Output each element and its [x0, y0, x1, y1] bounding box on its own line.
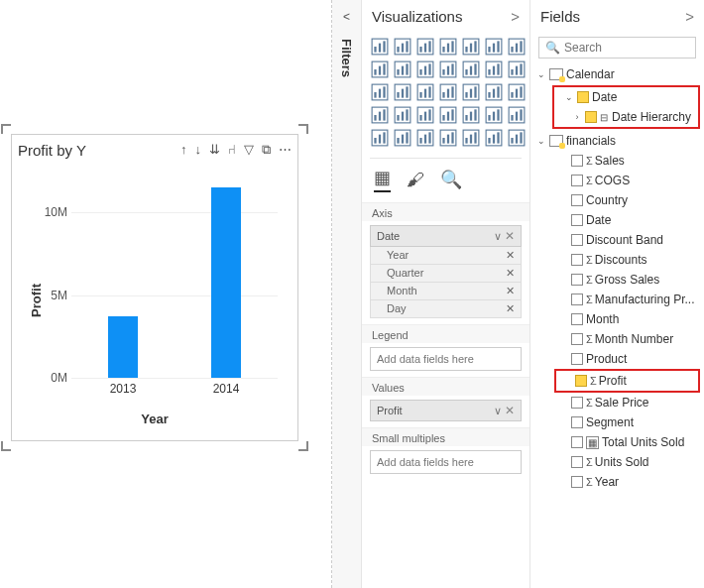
field-profit[interactable]: Profit	[558, 371, 696, 391]
chevron-right-icon[interactable]: >	[511, 8, 520, 25]
resize-handle[interactable]	[298, 441, 308, 451]
drill-up-icon[interactable]: ↑	[180, 142, 187, 158]
viz-qa-icon[interactable]	[438, 128, 458, 148]
axis-hierarchy-level[interactable]: Month✕	[370, 283, 522, 300]
resize-handle[interactable]	[298, 124, 308, 134]
viz-gauge-icon[interactable]	[507, 82, 527, 102]
checkbox[interactable]	[585, 111, 597, 123]
viz-line-column-icon[interactable]	[438, 59, 458, 79]
field-country[interactable]: Country	[536, 190, 702, 210]
field-year[interactable]: Year	[536, 472, 702, 492]
chevron-right-icon[interactable]: >	[685, 8, 694, 25]
viz-matrix-icon[interactable]	[484, 105, 504, 125]
viz-multi-card-icon[interactable]	[393, 105, 412, 125]
viz-clustered-column-icon[interactable]	[461, 37, 481, 57]
viz-ribbon-icon[interactable]	[507, 37, 527, 57]
remove-icon[interactable]: ✕	[506, 267, 515, 280]
viz-key-influencers-icon[interactable]	[393, 128, 412, 148]
viz-table-icon[interactable]	[461, 105, 481, 125]
search-input[interactable]	[564, 41, 689, 55]
checkbox[interactable]	[571, 254, 583, 266]
chevron-left-icon[interactable]: <	[343, 10, 350, 24]
checkbox[interactable]	[571, 234, 583, 246]
chart-visual[interactable]: Profit by Y ↑ ↓ ⇊ ⑁ ▽ ⧉ ⋯ Profit 0M5M10M…	[6, 129, 303, 446]
viz-area-icon[interactable]	[393, 59, 412, 79]
expand-level-icon[interactable]: ⇊	[209, 142, 220, 158]
checkbox[interactable]	[577, 91, 589, 103]
viz-power-apps-icon[interactable]	[484, 128, 504, 148]
table-financials[interactable]: ⌄financials	[536, 131, 702, 151]
analytics-tab[interactable]: 🔍	[440, 169, 462, 190]
field-manufacturing-pr-[interactable]: Manufacturing Pr...	[536, 290, 702, 309]
values-field-chip[interactable]: Profit ∨ ✕	[370, 400, 522, 421]
field-date[interactable]: Date	[536, 210, 702, 230]
viz-stacked-bar-icon[interactable]	[370, 37, 390, 57]
checkbox[interactable]	[571, 397, 583, 409]
viz-map-icon[interactable]	[438, 82, 458, 102]
drill-down-icon[interactable]: ↓	[195, 142, 202, 158]
viz-python-visual-icon[interactable]	[370, 128, 390, 148]
fields-tab[interactable]: ▦	[374, 167, 391, 192]
viz-funnel-icon[interactable]	[484, 82, 504, 102]
remove-icon[interactable]: ✕	[506, 249, 515, 262]
report-canvas[interactable]: Profit by Y ↑ ↓ ⇊ ⑁ ▽ ⧉ ⋯ Profit 0M5M10M…	[0, 0, 332, 588]
viz-card-icon[interactable]	[370, 105, 390, 125]
field-discount-band[interactable]: Discount Band	[536, 230, 702, 250]
viz-decomposition-icon[interactable]	[415, 128, 435, 148]
focus-mode-icon[interactable]: ⧉	[262, 142, 271, 158]
bar[interactable]	[108, 316, 138, 378]
field-cogs[interactable]: COGS	[536, 171, 702, 190]
viz-treemap-icon[interactable]	[415, 82, 435, 102]
field-month-number[interactable]: Month Number	[536, 329, 702, 349]
viz-clustered-bar-icon[interactable]	[393, 37, 412, 57]
viz-stacked-area-icon[interactable]	[415, 59, 435, 79]
viz-kpi-icon[interactable]	[415, 105, 435, 125]
checkbox[interactable]	[571, 333, 583, 345]
viz-slicer-icon[interactable]	[438, 105, 458, 125]
remove-icon[interactable]: ✕	[505, 229, 515, 243]
more-options-icon[interactable]: ⋯	[279, 142, 292, 158]
axis-hierarchy-level[interactable]: Day✕	[370, 300, 522, 318]
legend-placeholder[interactable]: Add data fields here	[370, 347, 522, 371]
field-units-sold[interactable]: Units Sold	[536, 452, 702, 472]
viz-waterfall-icon[interactable]	[484, 59, 504, 79]
resize-handle[interactable]	[1, 441, 11, 451]
field-date[interactable]: ⌄Date	[556, 87, 696, 107]
field-sale-price[interactable]: Sale Price	[536, 393, 702, 412]
checkbox[interactable]	[571, 194, 583, 206]
checkbox[interactable]	[571, 456, 583, 468]
resize-handle[interactable]	[1, 124, 11, 134]
field-sales[interactable]: Sales	[536, 151, 702, 171]
checkbox[interactable]	[571, 476, 583, 488]
bar[interactable]	[211, 187, 241, 378]
viz-stacked-column-100-icon[interactable]	[484, 37, 504, 57]
field-total-units-sold[interactable]: ▦Total Units Sold	[536, 432, 702, 452]
viz-donut-icon[interactable]	[393, 82, 412, 102]
field-gross-sales[interactable]: Gross Sales	[536, 270, 702, 290]
field-date-hierarchy[interactable]: ›Date Hierarchy	[556, 107, 696, 127]
field-segment[interactable]: Segment	[536, 412, 702, 432]
checkbox[interactable]	[571, 436, 583, 448]
remove-icon[interactable]: ✕	[506, 302, 515, 315]
format-tab[interactable]: 🖌	[407, 170, 424, 190]
filters-pane-collapsed[interactable]: < Filters	[332, 0, 362, 588]
viz-paginated-icon[interactable]	[461, 128, 481, 148]
remove-icon[interactable]: ✕	[505, 404, 515, 417]
checkbox[interactable]	[571, 353, 583, 365]
viz-line-column-stacked-icon[interactable]	[461, 59, 481, 79]
viz-r-visual-icon[interactable]	[507, 105, 527, 125]
viz-stacked-column-icon[interactable]	[438, 37, 458, 57]
field-month[interactable]: Month	[536, 309, 702, 329]
remove-icon[interactable]: ✕	[506, 285, 515, 297]
search-box[interactable]: 🔍	[538, 37, 696, 59]
viz-pie-icon[interactable]	[370, 82, 390, 102]
viz-stacked-bar-100-icon[interactable]	[415, 37, 435, 57]
table-calendar[interactable]: ⌄Calendar	[536, 64, 702, 84]
checkbox[interactable]	[571, 175, 583, 186]
axis-field-chip[interactable]: Date ∨ ✕	[370, 225, 522, 247]
axis-hierarchy-level[interactable]: Quarter✕	[370, 265, 522, 283]
checkbox[interactable]	[571, 155, 583, 167]
hierarchy-icon[interactable]: ⑁	[228, 142, 236, 158]
viz-filled-map-icon[interactable]	[461, 82, 481, 102]
small-placeholder[interactable]: Add data fields here	[370, 450, 522, 474]
